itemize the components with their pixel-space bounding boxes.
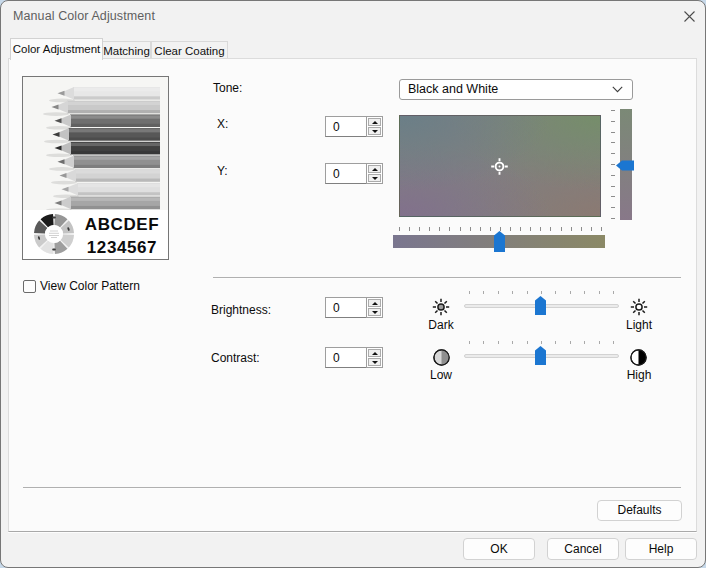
brightness-spin-buttons (366, 297, 383, 318)
x-spinner: 0 (325, 116, 383, 137)
contrast-spinner: 0 (325, 347, 383, 368)
contrast-spin-up-button[interactable] (368, 349, 381, 357)
sun-bright-icon (630, 298, 648, 316)
tab-color-adjustment[interactable]: Color Adjustment (10, 38, 103, 60)
separator-line (23, 487, 681, 489)
spin-up-icon (372, 302, 378, 305)
sample-text-letters: ABCDEF (81, 213, 163, 236)
sample-text: ABCDEF 1234567 (81, 213, 163, 259)
tone-dropdown[interactable]: Black and White (399, 79, 633, 100)
contrast-high-icon (630, 349, 647, 366)
contrast-input[interactable]: 0 (325, 347, 367, 368)
x-spin-buttons (366, 116, 383, 137)
contrast-spin-buttons (366, 347, 383, 368)
contrast-label: Contrast: (211, 351, 260, 365)
sun-dim-icon (432, 298, 450, 316)
sample-text-digits: 1234567 (81, 236, 163, 259)
preview-image: ABCDEF 1234567 (22, 76, 169, 260)
pencils-photo (23, 77, 168, 210)
view-color-pattern-label: View Color Pattern (40, 279, 140, 293)
titlebar: Manual Color Adjustment (1, 1, 705, 33)
y-label: Y: (217, 164, 228, 178)
brightness-input[interactable]: 0 (325, 297, 367, 318)
color-wheel-icon (33, 213, 75, 255)
brightness-label: Brightness: (211, 303, 271, 317)
spin-down-icon (372, 361, 378, 364)
brightness-slider-ticks (469, 291, 614, 294)
spin-down-icon (372, 311, 378, 314)
tab-matching[interactable]: Matching (102, 41, 151, 59)
view-color-pattern-row: View Color Pattern (23, 279, 203, 295)
tab-clear-coating[interactable]: Clear Coating (151, 41, 228, 59)
y-spin-up-button[interactable] (368, 165, 381, 173)
brightness-spin-up-button[interactable] (368, 299, 381, 307)
spin-up-icon (372, 352, 378, 355)
y-slider-ticks (611, 110, 615, 219)
cancel-button[interactable]: Cancel (547, 538, 619, 560)
spin-down-icon (372, 177, 378, 180)
dialog-footer: OK Cancel Help (1, 532, 706, 567)
y-spinner: 0 (325, 163, 383, 184)
brightness-min-label: Dark (421, 318, 461, 332)
contrast-spin-down-button[interactable] (368, 358, 381, 366)
contrast-slider-ticks (469, 341, 614, 344)
defaults-button[interactable]: Defaults (597, 500, 682, 521)
contrast-min-label: Low (421, 368, 461, 382)
help-button[interactable]: Help (625, 538, 697, 560)
window-title: Manual Color Adjustment (13, 9, 155, 23)
preview-brand-strip: ABCDEF 1234567 (23, 210, 168, 259)
ok-button[interactable]: OK (463, 538, 535, 560)
chevron-down-icon (612, 86, 623, 93)
contrast-max-label: High (619, 368, 659, 382)
manual-color-adjustment-dialog: Manual Color Adjustment Color Adjustment… (0, 0, 706, 568)
close-icon (684, 11, 695, 22)
brightness-spin-down-button[interactable] (368, 308, 381, 316)
x-label: X: (217, 117, 228, 131)
tone-label: Tone: (213, 81, 242, 95)
brightness-max-label: Light (619, 318, 659, 332)
brightness-spinner: 0 (325, 297, 383, 318)
tab-page-color-adjustment: ABCDEF 1234567 View Color Pattern Tone: … (8, 58, 697, 532)
contrast-low-icon (433, 349, 450, 366)
x-spin-up-button[interactable] (368, 118, 381, 126)
x-spin-down-button[interactable] (368, 127, 381, 135)
color-xy-marker[interactable] (491, 158, 508, 175)
spin-down-icon (372, 130, 378, 133)
x-input[interactable]: 0 (325, 116, 367, 137)
tone-value: Black and White (408, 82, 498, 96)
close-button[interactable] (674, 2, 704, 30)
separator-line (213, 277, 681, 279)
spin-up-icon (372, 121, 378, 124)
y-spin-buttons (366, 163, 383, 184)
y-spin-down-button[interactable] (368, 174, 381, 182)
view-color-pattern-checkbox[interactable] (23, 280, 36, 293)
spin-up-icon (372, 168, 378, 171)
y-input[interactable]: 0 (325, 163, 367, 184)
